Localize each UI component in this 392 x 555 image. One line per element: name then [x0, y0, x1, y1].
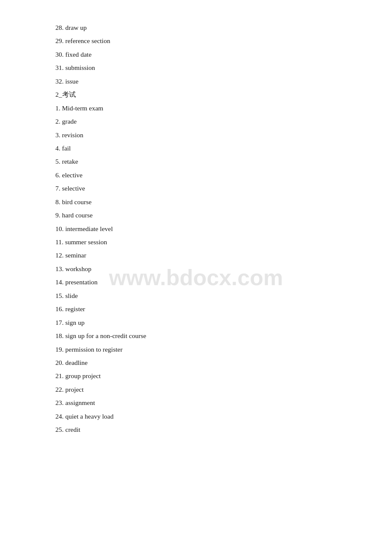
item-s2-1: 1. Mid-term exam: [55, 102, 337, 114]
item-s2-9: 9. hard course: [55, 209, 337, 221]
item-s2-4: 4. fail: [55, 142, 337, 154]
item-s2-11: 11. summer session: [55, 236, 337, 248]
item-s2-14: 14. presentation: [55, 276, 337, 288]
item-s2-13: 13. workshop: [55, 263, 337, 275]
item-s2-6: 6. elective: [55, 169, 337, 181]
item-s2-22: 22. project: [55, 383, 337, 396]
item-s2-25: 25. credit: [55, 423, 337, 436]
item-s2-8: 8. bird course: [55, 196, 337, 208]
content-area: 28. draw up29. reference section30. fixe…: [0, 0, 392, 458]
item-s2-24: 24. quiet a heavy load: [55, 410, 337, 422]
item-s2-15: 15. slide: [55, 289, 337, 302]
item-29: 29. reference section: [55, 35, 337, 47]
item-s2-16: 16. register: [55, 303, 337, 315]
item-28: 28. draw up: [55, 21, 337, 34]
item-s2-18: 18. sign up for a non-credit course: [55, 330, 337, 342]
item-s2-2: 2. grade: [55, 115, 337, 127]
item-s2-12: 12. seminar: [55, 249, 337, 261]
item-s2-10: 10. intermediate level: [55, 223, 337, 235]
item-s2-17: 17. sign up: [55, 316, 337, 329]
section-2: 2_考试: [55, 88, 337, 101]
item-s2-5: 5. retake: [55, 155, 337, 168]
item-s2-19: 19. permission to register: [55, 343, 337, 356]
item-s2-7: 7. selective: [55, 182, 337, 194]
item-s2-20: 20. deadline: [55, 356, 337, 369]
item-s2-23: 23. assignment: [55, 396, 337, 409]
item-32: 32. issue: [55, 75, 337, 87]
item-31: 31. submission: [55, 61, 337, 74]
item-s2-21: 21. group project: [55, 370, 337, 382]
item-30: 30. fixed date: [55, 48, 337, 61]
item-s2-3: 3. revision: [55, 129, 337, 141]
